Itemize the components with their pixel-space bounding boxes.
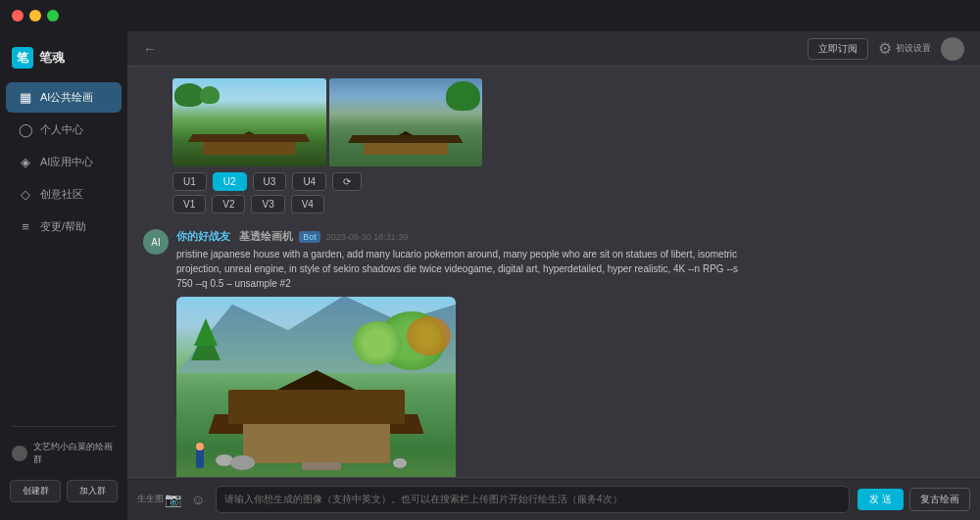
header-right: 立即订阅 ⚙ 初设设置 [808,37,964,61]
sidebar-label-community: 创意社区 [40,187,83,202]
large-body [243,424,390,463]
main-layout: 笔 笔魂 ▦ AI公共绘画 ◯ 个人中心 ◈ AI应用中心 ◇ 创意社区 ≡ 变… [0,31,980,520]
sidebar-label-help: 变更/帮助 [40,219,86,234]
logo-text: 笔魂 [39,49,65,67]
subscribe-button[interactable]: 立即订阅 [808,38,868,60]
sidebar-label-ai-apps: AI应用中心 [40,155,93,169]
message-input[interactable] [224,494,841,504]
robot-icon: ◈ [18,155,33,169]
rock-3 [393,458,407,468]
message-block-1: U1 U2 U3 U4 ⟳ V1 V2 V3 V4 [143,78,964,213]
user-avatar[interactable] [941,37,964,61]
send-button[interactable]: 发 送 [858,489,904,510]
large-image[interactable] [176,297,456,477]
eave-1 [188,134,311,142]
sidebar-item-ai-gallery[interactable]: ▦ AI公共绘画 [6,82,122,113]
u2-button[interactable]: U2 [213,172,247,191]
house-body-2 [364,141,448,155]
input-bar: 生生图 📷 ☺ 发 送 复古绘画 [127,477,980,520]
traffic-lights [12,10,59,22]
u1-button[interactable]: U1 [172,172,207,191]
sidebar-channel[interactable]: 文艺约小白菜的绘画群 [0,435,127,472]
message-header: 你的好战友 基透绘画机 Bot 2023-09-30 18:31:39 [176,229,964,244]
settings-icon[interactable]: ⚙ [878,39,892,58]
input-right-controls: 发 送 复古绘画 [858,488,970,511]
sidebar-label-ai-gallery: AI公共绘画 [40,90,93,105]
message-block-2: AI 你的好战友 基透绘画机 Bot 2023-09-30 18:31:39 p… [143,229,964,477]
back-icon[interactable]: ← [143,41,157,57]
channel-label: 文艺约小白菜的绘画群 [33,441,116,466]
u4-button[interactable]: U4 [292,172,326,191]
titlebar [0,0,980,31]
v3-button[interactable]: V3 [251,195,284,213]
stone-steps [302,462,341,470]
sidebar-item-ai-apps[interactable]: ◈ AI应用中心 [6,147,122,177]
u3-button[interactable]: U3 [253,172,287,191]
chat-container[interactable]: U1 U2 U3 U4 ⟳ V1 V2 V3 V4 AI [127,67,980,477]
emoji-icon[interactable]: ☺ [188,492,208,507]
join-group-button[interactable]: 加入群 [67,480,118,502]
input-field-wrapper[interactable] [216,486,850,513]
image-cell-1[interactable] [172,78,326,166]
message-timestamp: 2023-09-30 18:31:39 [326,232,409,242]
message-row: AI 你的好战友 基透绘画机 Bot 2023-09-30 18:31:39 p… [143,229,964,291]
header-left: ← [143,41,157,57]
message-username: 你的好战友 基透绘画机 [176,229,293,244]
action-buttons-row1: U1 U2 U3 U4 ⟳ [172,172,964,191]
sidebar-logo: 笔 笔魂 [0,41,127,82]
refresh-button[interactable]: ⟳ [332,172,362,191]
image-cell-2[interactable] [329,78,483,166]
minimize-button[interactable] [29,10,41,22]
v2-button[interactable]: V2 [212,195,245,213]
sidebar-actions: 创建群 加入群 [0,472,127,510]
input-left-controls: 生生图 📷 ☺ [137,492,208,507]
maximize-button[interactable] [47,10,59,22]
bot-tag: Bot [299,231,320,243]
tree-deco-2 [200,86,220,104]
big-tree-right2 [353,321,402,365]
person-icon: ◯ [18,122,33,137]
image-grid-top [172,78,482,166]
sidebar-item-help[interactable]: ≡ 变更/帮助 [6,212,122,242]
message-content: 你的好战友 基透绘画机 Bot 2023-09-30 18:31:39 pris… [176,229,964,291]
channel-avatar [12,446,27,461]
camera-icon[interactable]: 📷 [163,492,182,507]
sidebar-label-personal: 个人中心 [40,122,83,137]
community-icon: ◇ [18,187,33,202]
gallery-icon: ▦ [18,90,33,105]
sidebar-divider [12,426,116,427]
logo-icon: 笔 [12,47,33,69]
figure-person [196,449,204,468]
reply-button[interactable]: 复古绘画 [909,488,970,511]
sidebar: 笔 笔魂 ▦ AI公共绘画 ◯ 个人中心 ◈ AI应用中心 ◇ 创意社区 ≡ 变… [0,31,127,520]
house-body-1 [203,140,295,155]
tree-deco-3 [446,81,480,111]
v4-button[interactable]: V4 [291,195,324,213]
close-button[interactable] [12,10,24,22]
figure-head [196,443,204,450]
create-group-button[interactable]: 创建群 [10,480,61,502]
settings-group: ⚙ 初设设置 [878,39,931,58]
menu-icon: ≡ [18,219,33,234]
rock-2 [230,455,255,470]
content-area: ← 立即订阅 ⚙ 初设设置 [127,31,980,520]
sidebar-item-community[interactable]: ◇ 创意社区 [6,179,122,210]
autumn-tree [407,316,451,355]
large-roof-mid [228,390,405,424]
sidebar-nav: ▦ AI公共绘画 ◯ 个人中心 ◈ AI应用中心 ◇ 创意社区 ≡ 变更/帮助 [0,82,127,418]
v1-button[interactable]: V1 [172,195,206,213]
eave-2 [348,135,463,143]
action-buttons-row2: V1 V2 V3 V4 [172,195,964,213]
content-header: ← 立即订阅 ⚙ 初设设置 [127,31,980,67]
settings-label: 初设设置 [896,42,931,55]
bot-avatar: AI [143,229,169,255]
sidebar-item-personal[interactable]: ◯ 个人中心 [6,115,122,145]
image-generate-icon[interactable]: 生生图 [137,493,157,505]
pine-tree-top [194,318,218,346]
message-text: pristine japanese house with a garden, a… [176,247,745,291]
